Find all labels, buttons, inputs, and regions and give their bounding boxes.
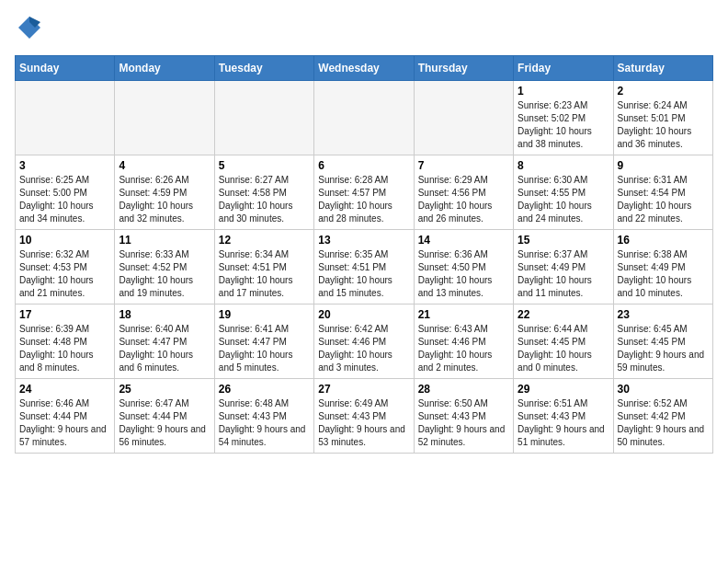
day-number: 5 — [219, 159, 310, 172]
day-info: Sunrise: 6:48 AM Sunset: 4:43 PM Dayligh… — [219, 397, 310, 449]
calendar-week-row: 1Sunrise: 6:23 AM Sunset: 5:02 PM Daylig… — [16, 81, 713, 155]
weekday-header: Saturday — [613, 56, 712, 81]
day-number: 17 — [19, 308, 110, 321]
calendar-day-cell — [214, 81, 313, 155]
calendar-day-cell: 23Sunrise: 6:45 AM Sunset: 4:45 PM Dayli… — [613, 304, 712, 379]
day-info: Sunrise: 6:51 AM Sunset: 4:43 PM Dayligh… — [518, 397, 609, 449]
day-info: Sunrise: 6:35 AM Sunset: 4:51 PM Dayligh… — [318, 248, 409, 300]
calendar-day-cell: 29Sunrise: 6:51 AM Sunset: 4:43 PM Dayli… — [514, 379, 613, 454]
day-number: 22 — [518, 308, 609, 321]
calendar-week-row: 10Sunrise: 6:32 AM Sunset: 4:53 PM Dayli… — [16, 230, 713, 304]
day-number: 4 — [119, 159, 210, 172]
day-number: 12 — [219, 234, 310, 247]
day-number: 20 — [318, 308, 409, 321]
weekday-header: Wednesday — [314, 56, 414, 81]
weekday-header: Monday — [115, 56, 214, 81]
calendar-table: SundayMondayTuesdayWednesdayThursdayFrid… — [15, 55, 713, 454]
day-info: Sunrise: 6:36 AM Sunset: 4:50 PM Dayligh… — [418, 248, 509, 300]
calendar-day-cell: 3Sunrise: 6:25 AM Sunset: 5:00 PM Daylig… — [16, 155, 115, 230]
calendar-week-row: 24Sunrise: 6:46 AM Sunset: 4:44 PM Dayli… — [16, 379, 713, 454]
calendar-day-cell: 16Sunrise: 6:38 AM Sunset: 4:49 PM Dayli… — [613, 230, 712, 304]
calendar-day-cell: 14Sunrise: 6:36 AM Sunset: 4:50 PM Dayli… — [414, 230, 513, 304]
day-number: 30 — [618, 383, 709, 396]
day-info: Sunrise: 6:43 AM Sunset: 4:46 PM Dayligh… — [418, 323, 509, 374]
calendar-week-row: 17Sunrise: 6:39 AM Sunset: 4:48 PM Dayli… — [16, 304, 713, 379]
calendar-week-row: 3Sunrise: 6:25 AM Sunset: 5:00 PM Daylig… — [16, 155, 713, 230]
calendar-day-cell: 5Sunrise: 6:27 AM Sunset: 4:58 PM Daylig… — [214, 155, 313, 230]
day-number: 8 — [518, 159, 609, 172]
day-number: 6 — [318, 159, 409, 172]
day-info: Sunrise: 6:37 AM Sunset: 4:49 PM Dayligh… — [518, 248, 609, 300]
day-number: 10 — [19, 234, 110, 247]
weekday-row: SundayMondayTuesdayWednesdayThursdayFrid… — [16, 56, 713, 81]
day-info: Sunrise: 6:32 AM Sunset: 4:53 PM Dayligh… — [19, 248, 110, 300]
calendar-day-cell: 21Sunrise: 6:43 AM Sunset: 4:46 PM Dayli… — [414, 304, 513, 379]
logo — [15, 15, 42, 44]
calendar-day-cell: 7Sunrise: 6:29 AM Sunset: 4:56 PM Daylig… — [414, 155, 513, 230]
calendar-header: SundayMondayTuesdayWednesdayThursdayFrid… — [16, 56, 713, 81]
day-number: 15 — [518, 234, 609, 247]
calendar-day-cell: 20Sunrise: 6:42 AM Sunset: 4:46 PM Dayli… — [314, 304, 414, 379]
calendar-day-cell: 9Sunrise: 6:31 AM Sunset: 4:54 PM Daylig… — [613, 155, 712, 230]
day-info: Sunrise: 6:23 AM Sunset: 5:02 PM Dayligh… — [518, 99, 609, 151]
day-info: Sunrise: 6:28 AM Sunset: 4:57 PM Dayligh… — [318, 174, 409, 225]
day-number: 16 — [618, 234, 709, 247]
calendar-day-cell: 22Sunrise: 6:44 AM Sunset: 4:45 PM Dayli… — [514, 304, 613, 379]
day-info: Sunrise: 6:31 AM Sunset: 4:54 PM Dayligh… — [618, 174, 709, 225]
day-number: 24 — [19, 383, 110, 396]
day-number: 26 — [219, 383, 310, 396]
calendar-day-cell: 19Sunrise: 6:41 AM Sunset: 4:47 PM Dayli… — [214, 304, 313, 379]
calendar-day-cell: 15Sunrise: 6:37 AM Sunset: 4:49 PM Dayli… — [514, 230, 613, 304]
weekday-header: Thursday — [414, 56, 513, 81]
calendar-day-cell: 11Sunrise: 6:33 AM Sunset: 4:52 PM Dayli… — [115, 230, 214, 304]
calendar-day-cell: 25Sunrise: 6:47 AM Sunset: 4:44 PM Dayli… — [115, 379, 214, 454]
calendar-day-cell: 30Sunrise: 6:52 AM Sunset: 4:42 PM Dayli… — [613, 379, 712, 454]
day-info: Sunrise: 6:25 AM Sunset: 5:00 PM Dayligh… — [19, 174, 110, 225]
calendar-day-cell — [16, 81, 115, 155]
calendar-day-cell: 8Sunrise: 6:30 AM Sunset: 4:55 PM Daylig… — [514, 155, 613, 230]
calendar-day-cell: 1Sunrise: 6:23 AM Sunset: 5:02 PM Daylig… — [514, 81, 613, 155]
day-number: 29 — [518, 383, 609, 396]
day-number: 19 — [219, 308, 310, 321]
day-number: 14 — [418, 234, 509, 247]
day-number: 1 — [518, 85, 609, 98]
calendar-day-cell: 12Sunrise: 6:34 AM Sunset: 4:51 PM Dayli… — [214, 230, 313, 304]
calendar-day-cell — [314, 81, 414, 155]
calendar-day-cell: 28Sunrise: 6:50 AM Sunset: 4:43 PM Dayli… — [414, 379, 513, 454]
weekday-header: Tuesday — [214, 56, 313, 81]
day-number: 13 — [318, 234, 409, 247]
day-number: 23 — [618, 308, 709, 321]
calendar-day-cell: 17Sunrise: 6:39 AM Sunset: 4:48 PM Dayli… — [16, 304, 115, 379]
calendar-day-cell: 18Sunrise: 6:40 AM Sunset: 4:47 PM Dayli… — [115, 304, 214, 379]
day-info: Sunrise: 6:33 AM Sunset: 4:52 PM Dayligh… — [119, 248, 210, 300]
calendar-day-cell: 27Sunrise: 6:49 AM Sunset: 4:43 PM Dayli… — [314, 379, 414, 454]
day-info: Sunrise: 6:24 AM Sunset: 5:01 PM Dayligh… — [618, 99, 709, 151]
calendar-body: 1Sunrise: 6:23 AM Sunset: 5:02 PM Daylig… — [16, 81, 713, 454]
day-info: Sunrise: 6:26 AM Sunset: 4:59 PM Dayligh… — [119, 174, 210, 225]
day-number: 9 — [618, 159, 709, 172]
day-info: Sunrise: 6:39 AM Sunset: 4:48 PM Dayligh… — [19, 323, 110, 374]
day-info: Sunrise: 6:49 AM Sunset: 4:43 PM Dayligh… — [318, 397, 409, 449]
day-info: Sunrise: 6:47 AM Sunset: 4:44 PM Dayligh… — [119, 397, 210, 449]
day-info: Sunrise: 6:50 AM Sunset: 4:43 PM Dayligh… — [418, 397, 509, 449]
day-info: Sunrise: 6:29 AM Sunset: 4:56 PM Dayligh… — [418, 174, 509, 225]
logo-icon — [17, 15, 42, 40]
day-info: Sunrise: 6:27 AM Sunset: 4:58 PM Dayligh… — [219, 174, 310, 225]
day-number: 25 — [119, 383, 210, 396]
weekday-header: Sunday — [16, 56, 115, 81]
day-number: 28 — [418, 383, 509, 396]
day-number: 27 — [318, 383, 409, 396]
calendar-day-cell: 26Sunrise: 6:48 AM Sunset: 4:43 PM Dayli… — [214, 379, 313, 454]
calendar-day-cell: 13Sunrise: 6:35 AM Sunset: 4:51 PM Dayli… — [314, 230, 414, 304]
calendar-day-cell — [115, 81, 214, 155]
day-info: Sunrise: 6:42 AM Sunset: 4:46 PM Dayligh… — [318, 323, 409, 374]
calendar-day-cell — [414, 81, 513, 155]
calendar-day-cell: 24Sunrise: 6:46 AM Sunset: 4:44 PM Dayli… — [16, 379, 115, 454]
day-number: 2 — [618, 85, 709, 98]
day-info: Sunrise: 6:38 AM Sunset: 4:49 PM Dayligh… — [618, 248, 709, 300]
day-info: Sunrise: 6:46 AM Sunset: 4:44 PM Dayligh… — [19, 397, 110, 449]
weekday-header: Friday — [514, 56, 613, 81]
day-number: 11 — [119, 234, 210, 247]
page-header — [15, 15, 713, 44]
day-info: Sunrise: 6:44 AM Sunset: 4:45 PM Dayligh… — [518, 323, 609, 374]
